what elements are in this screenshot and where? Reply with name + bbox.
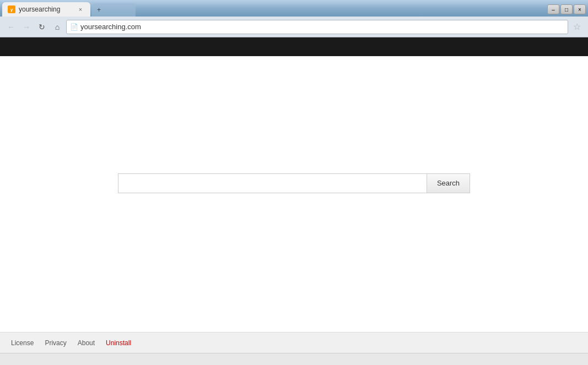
title-bar: y yoursearching × + – □ × bbox=[0, 0, 588, 17]
footer-link-license[interactable]: License bbox=[11, 339, 34, 347]
star-icon: ☆ bbox=[573, 21, 581, 32]
forward-icon: → bbox=[23, 23, 30, 31]
search-input[interactable] bbox=[118, 173, 427, 193]
search-button[interactable]: Search bbox=[427, 173, 470, 193]
close-button[interactable]: × bbox=[574, 4, 586, 14]
reload-button[interactable]: ↻ bbox=[35, 20, 48, 34]
footer-link-privacy[interactable]: Privacy bbox=[45, 339, 66, 347]
back-button[interactable]: ← bbox=[4, 20, 18, 34]
home-button[interactable]: ⌂ bbox=[51, 20, 64, 34]
active-tab[interactable]: y yoursearching × bbox=[2, 2, 90, 17]
window-controls: – □ × bbox=[547, 4, 586, 17]
search-section: Search bbox=[118, 173, 470, 193]
address-input[interactable] bbox=[80, 23, 564, 31]
footer-link-uninstall[interactable]: Uninstall bbox=[106, 339, 131, 347]
page-content: Search bbox=[0, 56, 588, 332]
inactive-tab[interactable]: + bbox=[91, 3, 136, 17]
page-footer: License Privacy About Uninstall bbox=[0, 332, 588, 353]
bookmark-button[interactable]: ☆ bbox=[570, 20, 584, 34]
browser-window: y yoursearching × + – □ × ← → ↻ ⌂ 📄 bbox=[0, 0, 588, 365]
back-icon: ← bbox=[7, 23, 15, 31]
footer-link-about[interactable]: About bbox=[78, 339, 95, 347]
page-icon: 📄 bbox=[70, 23, 78, 31]
address-bar-wrapper: 📄 bbox=[66, 20, 568, 34]
site-menubar bbox=[0, 37, 588, 56]
forward-button[interactable]: → bbox=[20, 20, 33, 34]
status-bar bbox=[0, 353, 588, 365]
navigation-bar: ← → ↻ ⌂ 📄 ☆ bbox=[0, 17, 588, 37]
reload-icon: ↻ bbox=[39, 23, 45, 31]
home-icon: ⌂ bbox=[55, 23, 60, 31]
minimize-button[interactable]: – bbox=[547, 4, 559, 14]
tab-favicon: y bbox=[8, 6, 15, 13]
tab-title: yoursearching bbox=[19, 6, 73, 13]
tab-close-button[interactable]: × bbox=[76, 5, 85, 14]
maximize-button[interactable]: □ bbox=[560, 4, 573, 14]
